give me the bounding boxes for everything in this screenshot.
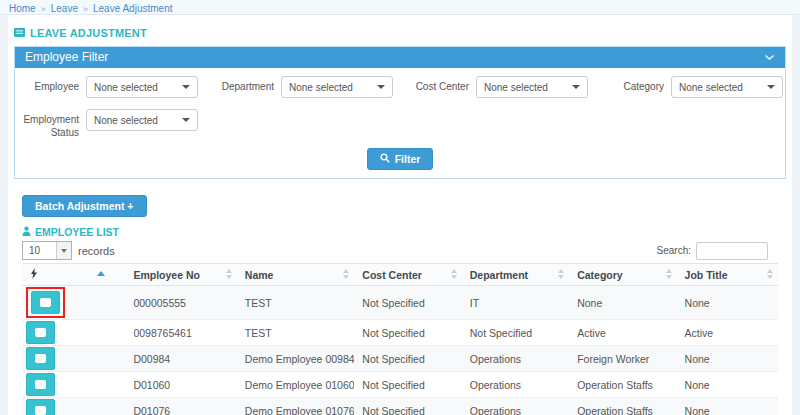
cell-cost-center: Not Specified — [354, 398, 461, 415]
department-column-header[interactable]: Department — [462, 264, 569, 286]
sort-icon — [767, 269, 773, 279]
table-controls: 10 records Search: — [22, 241, 768, 260]
sort-icon — [558, 269, 564, 279]
cell-job-title: None — [677, 346, 778, 372]
table-row: D01076 Demo Employee 01076 Not Specified… — [22, 398, 778, 415]
sort-icon — [666, 269, 672, 279]
search-label: Search: — [657, 245, 691, 256]
employment-status-label: Employment Status — [23, 114, 79, 139]
category-label: Category — [608, 81, 664, 94]
actions-column-header[interactable] — [22, 264, 125, 286]
cell-name: TEST — [237, 320, 354, 346]
employee-table: Employee No Name Cost Center Department … — [22, 263, 778, 415]
cell-job-title: None — [677, 398, 778, 415]
employment-status-select[interactable]: None selected — [86, 109, 198, 131]
employment-status-select-value: None selected — [94, 115, 158, 126]
page-title: LEAVE ADJUSTMENT — [14, 27, 792, 39]
employee-list-title: EMPLOYEE LIST — [35, 226, 119, 238]
employee-label: Employee — [23, 81, 79, 94]
breadcrumb-home[interactable]: Home — [9, 3, 36, 14]
employee-select-value: None selected — [94, 82, 158, 93]
filter-row-2: Employment Status None selected — [23, 109, 777, 139]
caret-down-icon — [182, 118, 190, 122]
batch-adjustment-button[interactable]: Batch Adjustment + — [22, 195, 147, 217]
cost-center-column-header[interactable]: Cost Center — [354, 264, 461, 286]
name-column-header[interactable]: Name — [237, 264, 354, 286]
employee-filter-header[interactable]: Employee Filter — [15, 47, 785, 68]
cell-job-title: None — [677, 286, 778, 320]
row-action-button[interactable] — [26, 347, 55, 370]
search-input[interactable] — [696, 242, 768, 260]
category-select[interactable]: None selected — [671, 76, 783, 98]
breadcrumb: Home » Leave » Leave Adjustment — [0, 0, 800, 15]
caret-down-icon — [767, 85, 775, 89]
list-icon — [40, 298, 51, 307]
batch-adjustment-row: Batch Adjustment + — [22, 195, 792, 217]
records-group: 10 records — [22, 241, 115, 260]
department-column-label: Department — [470, 269, 528, 281]
job-title-column-header[interactable]: Job Title — [677, 264, 778, 286]
cell-employee-no: D00984 — [125, 346, 236, 372]
person-icon — [22, 226, 31, 238]
cell-department: Operations — [462, 372, 569, 398]
row-action-button[interactable] — [26, 399, 55, 415]
job-title-column-label: Job Title — [685, 269, 728, 281]
name-column-label: Name — [245, 269, 274, 281]
cost-center-column-label: Cost Center — [362, 269, 422, 281]
list-icon — [35, 406, 46, 415]
employment-status-filter-field: Employment Status None selected — [23, 109, 198, 139]
records-per-page-value: 10 — [23, 242, 56, 259]
cell-name: Demo Employee 00984 — [237, 346, 354, 372]
cost-center-label: Cost Center — [413, 81, 469, 94]
employee-select[interactable]: None selected — [86, 76, 198, 98]
filter-button-label: Filter — [395, 153, 421, 165]
caret-down-icon — [572, 85, 580, 89]
cell-employee-no: 0098765461 — [125, 320, 236, 346]
cell-cost-center: Not Specified — [354, 286, 461, 320]
cell-name: TEST — [237, 286, 354, 320]
department-filter-field: Department None selected — [218, 76, 393, 98]
category-column-label: Category — [577, 269, 623, 281]
cost-center-select[interactable]: None selected — [476, 76, 588, 98]
category-filter-field: Category None selected — [608, 76, 783, 98]
row-action-button[interactable] — [26, 321, 55, 344]
cell-job-title: None — [677, 372, 778, 398]
cell-department: IT — [462, 286, 569, 320]
filter-row-1: Employee None selected Department None s… — [23, 76, 777, 98]
department-select[interactable]: None selected — [281, 76, 393, 98]
breadcrumb-leave-adjustment[interactable]: Leave Adjustment — [93, 3, 173, 14]
category-column-header[interactable]: Category — [569, 264, 676, 286]
employee-filter-title: Employee Filter — [25, 50, 108, 64]
cell-cost-center: Not Specified — [354, 372, 461, 398]
row-action-button[interactable] — [26, 373, 55, 396]
cost-center-filter-field: Cost Center None selected — [413, 76, 588, 98]
cell-employee-no: D01060 — [125, 372, 236, 398]
employee-filter-field: Employee None selected — [23, 76, 198, 98]
cell-name: Demo Employee 01076 — [237, 398, 354, 415]
cell-employee-no: 000005555 — [125, 286, 236, 320]
employee-no-column-label: Employee No — [133, 269, 200, 281]
records-label: records — [78, 245, 115, 257]
breadcrumb-separator: » — [41, 4, 46, 14]
records-per-page-select[interactable]: 10 — [22, 241, 72, 260]
row-action-button[interactable] — [31, 291, 60, 314]
cell-cost-center: Not Specified — [354, 346, 461, 372]
filter-button[interactable]: Filter — [367, 148, 434, 170]
list-icon — [14, 27, 25, 39]
cell-category: Foreign Worker — [569, 346, 676, 372]
cost-center-select-value: None selected — [484, 82, 548, 93]
employee-table-header: Employee No Name Cost Center Department … — [22, 264, 778, 286]
employee-filter-body: Employee None selected Department None s… — [15, 68, 785, 178]
department-label: Department — [218, 81, 274, 94]
annotation-highlight — [26, 287, 65, 318]
search-group: Search: — [657, 242, 768, 260]
list-icon — [35, 328, 46, 337]
cell-department: Not Specified — [462, 320, 569, 346]
category-select-value: None selected — [679, 82, 743, 93]
cell-job-title: Active — [677, 320, 778, 346]
table-row: D01060 Demo Employee 01060 Not Specified… — [22, 372, 778, 398]
cell-employee-no: D01076 — [125, 398, 236, 415]
breadcrumb-leave[interactable]: Leave — [51, 3, 78, 14]
chevron-down-icon — [764, 50, 775, 64]
employee-no-column-header[interactable]: Employee No — [125, 264, 236, 286]
